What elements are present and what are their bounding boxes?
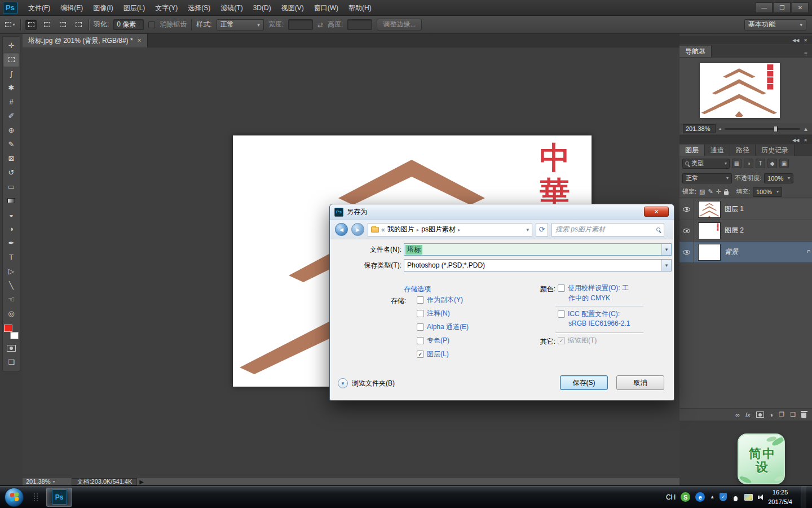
blur-tool[interactable]: ◒ (3, 208, 19, 222)
lock-pixels-icon[interactable]: ✎ (708, 188, 713, 195)
restore-button[interactable]: ❐ (774, 2, 791, 13)
hand-tool[interactable]: ☜ (3, 292, 19, 306)
lock-position-icon[interactable]: ✛ (716, 188, 721, 195)
forward-button[interactable]: ▶ (351, 223, 364, 236)
dialog-close-button[interactable]: ✕ (644, 207, 669, 217)
menu-type[interactable]: 文字(Y) (150, 0, 183, 16)
taskbar-photoshop-button[interactable]: Ps (46, 488, 72, 507)
selection-subtract-icon[interactable] (57, 20, 68, 30)
screen-mode-button[interactable]: ❏ (3, 355, 19, 369)
background-color-swatch[interactable] (10, 332, 19, 339)
visibility-toggle[interactable] (679, 242, 694, 263)
tray-s-icon[interactable]: S (681, 492, 690, 502)
menu-help[interactable]: 帮助(H) (343, 0, 377, 16)
option-alpha-channels[interactable]: Alpha 通道(E) (417, 322, 469, 331)
rectangular-marquee-tool[interactable] (3, 52, 19, 67)
zoom-out-mountain-icon[interactable]: ▲ (718, 127, 722, 130)
layer-row-2[interactable]: 图层 2 (679, 220, 812, 242)
height-input[interactable] (347, 19, 372, 30)
photo-tray-icon[interactable] (744, 494, 753, 501)
option-thumbnail[interactable]: ✓ 缩览图(T) (558, 336, 597, 345)
selection-add-icon[interactable] (41, 20, 52, 30)
menu-layer[interactable]: 图层(L) (118, 0, 151, 16)
thumbnail-checkbox[interactable]: ✓ (558, 337, 565, 344)
breadcrumb-pictures[interactable]: 我的图片 (387, 225, 414, 234)
breadcrumb-ps-material[interactable]: ps图片素材 (421, 225, 456, 234)
start-button[interactable] (5, 488, 24, 507)
annotations-checkbox[interactable] (417, 310, 424, 317)
spot-colors-checkbox[interactable] (417, 337, 424, 344)
opacity-select[interactable]: 100%▾ (764, 173, 793, 183)
option-proof-setup[interactable]: 使用校样设置(O): 工 (558, 283, 629, 292)
pen-tool[interactable]: ✒ (3, 236, 19, 250)
layer-thumbnail[interactable] (698, 244, 721, 261)
proof-setup-checkbox[interactable] (558, 284, 565, 292)
security-shield-icon[interactable]: ✓ (720, 493, 727, 501)
menu-edit[interactable]: 编辑(E) (55, 0, 88, 16)
spot-colors-label[interactable]: 专色(P) (427, 336, 449, 345)
collapse-panels-icon[interactable]: ◀◀ (792, 138, 799, 143)
tab-close-icon[interactable]: × (138, 37, 142, 45)
proof-setup-label-line2[interactable]: 作中的 CMYK (568, 294, 610, 303)
layer-thumbnail[interactable] (698, 222, 721, 239)
quick-selection-tool[interactable]: ✱ (3, 81, 19, 95)
refresh-button[interactable]: ⟳ (536, 223, 548, 237)
eraser-tool[interactable]: ▭ (3, 179, 19, 194)
annotations-label[interactable]: 注释(N) (427, 309, 450, 318)
lasso-tool[interactable]: ʃ (3, 67, 19, 81)
dodge-tool[interactable]: ◑ (3, 222, 19, 236)
feather-input[interactable]: 0 像素 (113, 19, 144, 30)
qq-penguin-icon[interactable] (732, 493, 739, 502)
width-input[interactable] (288, 19, 313, 30)
address-bar[interactable]: « 我的图片 ▸ ps图片素材 ▸ ▾ (368, 223, 532, 237)
visibility-toggle[interactable] (679, 220, 694, 242)
layers-checkbox[interactable]: ✓ (417, 351, 424, 358)
taskbar-clock[interactable]: 16:25 2017/5/4 (768, 488, 796, 506)
zoom-slider-thumb[interactable] (774, 126, 778, 132)
layer-thumbnail[interactable] (698, 201, 721, 218)
tab-paths[interactable]: 路径 (730, 144, 756, 156)
brush-tool[interactable]: ✎ (3, 137, 19, 151)
blend-mode-select[interactable]: 正常▾ (682, 173, 732, 183)
layer-row-background[interactable]: 背景 (679, 242, 812, 263)
layer-name[interactable]: 图层 2 (725, 226, 744, 235)
status-zoom-value[interactable]: 201.38% (23, 478, 52, 485)
filename-dropdown-icon[interactable]: ▾ (661, 244, 671, 255)
as-copy-checkbox[interactable] (417, 296, 424, 304)
collapse-panels-icon[interactable]: ◀◀ (792, 38, 799, 43)
filter-adjustment-layers-icon[interactable]: ◑ (744, 159, 753, 168)
menu-filter[interactable]: 滤镜(T) (215, 0, 248, 16)
eyedropper-tool[interactable]: ✐ (3, 109, 19, 123)
panel-close-icon[interactable]: ✕ (804, 38, 807, 43)
layer-name[interactable]: 背景 (725, 247, 738, 257)
filter-shape-layers-icon[interactable]: ◆ (767, 159, 777, 168)
tray-browser-icon[interactable]: e (695, 492, 705, 502)
layer-name[interactable]: 图层 1 (725, 204, 744, 214)
tab-history[interactable]: 历史记录 (756, 144, 795, 156)
style-select[interactable]: 正常▾ (217, 19, 264, 30)
option-icc-profile[interactable]: ICC 配置文件(C): (558, 309, 620, 318)
menu-view[interactable]: 视图(V) (276, 0, 309, 16)
status-flyout-arrow-icon[interactable]: ▶ (139, 479, 144, 485)
as-copy-label[interactable]: 作为副本(Y) (427, 295, 463, 305)
save-button[interactable]: 保存(S) (560, 375, 608, 390)
cancel-button[interactable]: 取消 (616, 375, 664, 390)
swap-dimensions-icon[interactable]: ⇄ (317, 21, 323, 29)
antialias-checkbox[interactable] (148, 21, 155, 28)
show-hidden-icons-caret[interactable]: ▲ (710, 494, 714, 500)
filter-type-layers-icon[interactable]: T (756, 159, 765, 168)
selection-new-icon[interactable] (25, 20, 37, 30)
delete-layer-icon[interactable] (801, 413, 806, 418)
add-layer-mask-icon[interactable] (756, 411, 764, 418)
new-layer-icon[interactable]: ❏ (790, 411, 796, 418)
close-button[interactable]: ✕ (792, 2, 809, 13)
alpha-channels-label[interactable]: Alpha 通道(E) (427, 322, 469, 332)
panel-close-icon[interactable]: ✕ (804, 138, 807, 143)
zoom-in-mountain-icon[interactable]: ▲ (803, 126, 809, 132)
layer-row-1[interactable]: 图层 1 (679, 199, 812, 220)
navigator-preview[interactable] (679, 58, 812, 123)
refine-edge-button[interactable]: 调整边缘... (377, 19, 422, 30)
menu-image[interactable]: 图像(I) (88, 0, 118, 16)
visibility-toggle[interactable] (679, 199, 694, 220)
zoom-tool[interactable]: ◎ (3, 306, 19, 321)
